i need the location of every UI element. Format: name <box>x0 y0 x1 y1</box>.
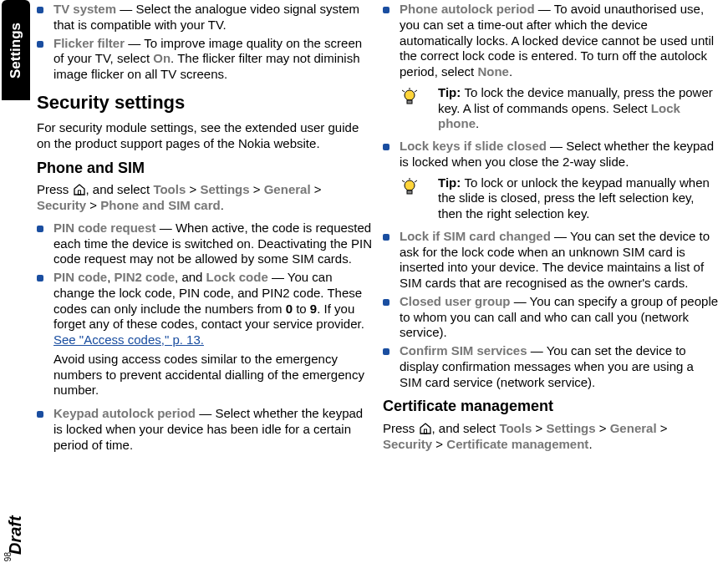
bold-number: 0 <box>286 302 293 316</box>
text: — <box>535 2 554 16</box>
content-columns: TV system — Select the analogue video si… <box>37 0 719 563</box>
text: > <box>250 182 264 196</box>
bullet-icon <box>37 411 43 418</box>
text: Press <box>37 182 73 196</box>
list-item: Lock if SIM card changed — You can set t… <box>383 229 719 292</box>
svg-rect-11 <box>424 429 426 434</box>
text: > <box>86 198 100 212</box>
nav-step: Tools <box>153 182 186 196</box>
tip-text: Tip: To lock or unlock the keypad manual… <box>438 175 719 222</box>
section-tab-label: Settings <box>2 0 30 100</box>
text: > <box>432 437 446 451</box>
text: , and select <box>432 421 500 435</box>
nav-step: General <box>264 182 311 196</box>
home-key-icon <box>73 184 86 195</box>
text: — <box>156 221 176 235</box>
nav-step: Settings <box>200 182 249 196</box>
list-item: PIN code, PIN2 code, and Lock code — You… <box>37 270 373 403</box>
tip-label: Tip: <box>438 175 464 190</box>
item-body: PIN code request — When active, the code… <box>53 221 373 267</box>
list-item: TV system — Select the analogue video si… <box>37 2 373 33</box>
text: — <box>125 36 144 50</box>
item-body: Closed user group — You can specify a gr… <box>400 294 719 341</box>
tip-box: Tip: To lock or unlock the keypad manual… <box>400 175 719 222</box>
page-number: 98 <box>3 552 13 561</box>
setting-term: PIN2 code <box>115 270 176 284</box>
bullet-icon <box>383 144 389 150</box>
text: > <box>532 421 546 435</box>
item-body: Keypad autolock period — Select whether … <box>53 406 373 453</box>
svg-rect-2 <box>407 100 412 104</box>
setting-term: Lock keys if slide closed <box>400 139 547 153</box>
item-body: Lock keys if slide closed — Select wheth… <box>400 139 719 170</box>
list-item: Confirm SIM services — You can set the d… <box>383 343 719 390</box>
item-body: TV system — Select the analogue video si… <box>53 2 373 33</box>
home-key-icon <box>419 423 432 434</box>
text: — <box>511 294 530 308</box>
text: , <box>107 270 114 284</box>
bullet-icon <box>37 275 43 282</box>
text: . <box>588 437 592 451</box>
text: > <box>186 182 200 196</box>
text: — <box>116 2 135 16</box>
text: Press <box>383 421 419 435</box>
svg-line-8 <box>402 180 405 182</box>
column-right: Phone autolock period — To avoid unautho… <box>383 2 719 563</box>
text: > <box>311 182 322 196</box>
item-body: Confirm SIM services — You can set the d… <box>400 343 719 390</box>
bold-number: 9 <box>310 302 317 316</box>
heading-security-settings: Security settings <box>37 91 373 114</box>
setting-term: TV system <box>53 2 116 16</box>
nav-step: Security <box>37 198 86 212</box>
setting-term: PIN code request <box>53 221 156 235</box>
svg-rect-0 <box>78 190 80 195</box>
text: — <box>547 139 566 153</box>
bullet-icon <box>383 234 389 241</box>
tip-text: Tip: To lock the device manually, press … <box>438 85 719 132</box>
bullet-icon <box>383 7 389 13</box>
text: to <box>293 302 310 316</box>
item-body: Lock if SIM card changed — You can set t… <box>400 229 719 292</box>
heading-phone-and-sim: Phone and SIM <box>37 159 373 178</box>
intro-paragraph: For security module settings, see the ex… <box>37 120 373 152</box>
list-item: PIN code request — When active, the code… <box>37 221 373 267</box>
draft-watermark: Draft <box>0 488 32 555</box>
setting-term: Phone autolock period <box>400 2 535 16</box>
list-item: Phone autolock period — To avoid unautho… <box>383 2 719 80</box>
text: . <box>509 64 512 79</box>
bullet-icon <box>37 226 43 232</box>
cross-reference-link[interactable]: See "Access codes," p. 13. <box>53 332 204 347</box>
setting-term: Keypad autolock period <box>53 406 196 420</box>
text: — <box>196 406 215 420</box>
setting-term: PIN code <box>53 270 107 284</box>
bullet-icon <box>37 7 43 13</box>
page: Settings Draft 98 TV system — Select the… <box>0 0 728 563</box>
svg-point-6 <box>405 180 415 190</box>
setting-term: Lock code <box>206 270 268 284</box>
bullet-icon <box>37 41 43 48</box>
navigation-path: Press , and select Tools > Settings > Ge… <box>383 421 719 453</box>
extra-paragraph: Avoid using access codes similar to the … <box>53 352 373 398</box>
lightbulb-icon <box>400 87 420 107</box>
nav-step: Settings <box>546 421 595 435</box>
item-body: Phone autolock period — To avoid unautho… <box>400 2 719 80</box>
lightbulb-icon <box>400 177 420 197</box>
nav-step: Certificate management <box>446 437 588 451</box>
list-item: Lock keys if slide closed — Select wheth… <box>383 139 719 170</box>
text: — <box>551 229 570 243</box>
column-left: TV system — Select the analogue video si… <box>37 2 373 563</box>
item-body: Flicker filter — To improve image qualit… <box>53 36 373 83</box>
svg-point-1 <box>405 90 415 100</box>
svg-line-3 <box>402 90 405 92</box>
svg-line-9 <box>415 180 417 182</box>
nav-step: Phone and SIM card <box>100 198 220 212</box>
svg-rect-7 <box>407 190 412 194</box>
setting-term: Closed user group <box>400 294 511 308</box>
nav-step: General <box>610 421 657 435</box>
nav-step: Tools <box>499 421 532 435</box>
text: , and select <box>86 182 154 196</box>
ui-option: On <box>153 51 171 65</box>
text: — <box>268 270 288 284</box>
setting-term: Confirm SIM services <box>400 343 527 358</box>
text: — <box>527 343 547 358</box>
